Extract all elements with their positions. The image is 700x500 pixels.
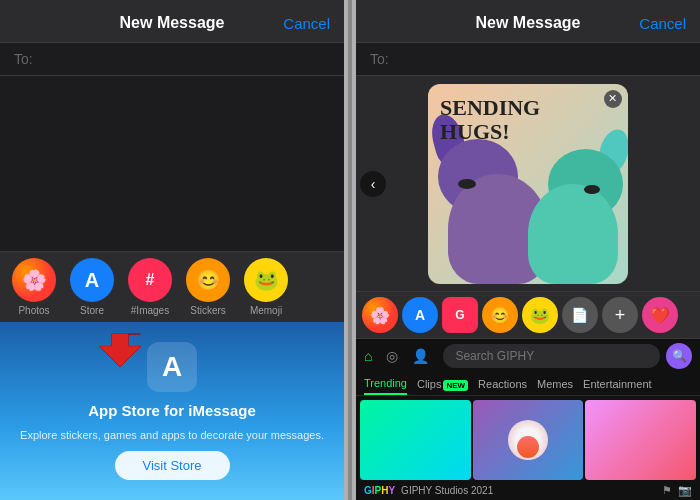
dog-nose-right [584,185,600,194]
app-icon-store[interactable]: A Store [66,258,118,316]
left-cancel-button[interactable]: Cancel [283,15,330,32]
right-memoji-icon[interactable]: 🐸 [522,297,558,333]
giphy-tab-clips[interactable]: ClipsNEW [417,374,468,394]
app-store-desc: Explore stickers, games and apps to deco… [20,429,324,441]
images-label: #Images [131,305,169,316]
images-icon[interactable]: # [128,258,172,302]
to-label: To: [14,51,33,67]
sticker-close-button[interactable]: ✕ [604,90,622,108]
store-label: Store [80,305,104,316]
giphy-tab-memes[interactable]: Memes [537,374,573,394]
right-app-bar: 🌸 A G 😊 🐸 📄 + ❤️ [356,291,700,339]
right-giphy-icon[interactable]: G [442,297,478,333]
giphy-search-bar: 🔍 [443,341,692,371]
giphy-panel: ⌂ ◎ 👤 🔍 Trending ClipsNEW Reactions Meme… [356,339,700,500]
giphy-tab-trending[interactable]: Trending [364,373,407,395]
app-icon-photos[interactable]: 🌸 Photos [8,258,60,316]
photos-label: Photos [18,305,49,316]
giphy-cell-3[interactable] [585,400,696,480]
right-to-label: To: [370,51,389,67]
right-header: New Message Cancel [356,0,700,43]
right-phone-panel: New Message Cancel To: ✕ SENDINGHUGS! [356,0,700,500]
right-photos-icon[interactable]: 🌸 [362,297,398,333]
app-icon-images[interactable]: # #Images [124,258,176,316]
giphy-search-button[interactable]: 🔍 [666,343,692,369]
left-to-field[interactable]: To: [0,43,344,76]
giphy-nav-tabs: Trending ClipsNEW Reactions Memes Entert… [356,373,700,396]
giphy-footer: GIPHY GIPHY Studios 2021 ⚑ 📷 [356,481,700,500]
giphy-grid [356,396,700,481]
left-phone-panel: New Message Cancel To: 🌸 Photos A Store … [0,0,344,500]
nav-arrow-left[interactable]: ‹ [360,171,386,197]
photos-icon[interactable]: 🌸 [12,258,56,302]
giphy-search-input[interactable] [443,344,660,368]
left-message-body [0,76,344,251]
giphy-search-icon[interactable]: ◎ [386,348,398,364]
giphy-channel-name: GIPHY Studios 2021 [401,485,493,496]
giphy-action-icons: ⚑ 📷 [662,484,692,497]
app-store-icon: A [147,342,197,392]
right-stickers-icon[interactable]: 😊 [482,297,518,333]
giphy-tab-entertainment[interactable]: Entertainment [583,374,651,394]
sticker-card: ✕ SENDINGHUGS! [428,84,628,284]
panel-divider [348,0,352,500]
left-app-bar: 🌸 Photos A Store # #Images 😊 Stickers 🐸 [0,251,344,322]
right-heart-icon[interactable]: ❤️ [642,297,678,333]
giphy-cell-1[interactable] [360,400,471,480]
right-store-icon[interactable]: A [402,297,438,333]
giphy-flag-icon[interactable]: ⚑ [662,484,672,497]
giphy-logo: GIPHY [364,485,395,496]
right-plus-icon[interactable]: + [602,297,638,333]
message-preview: ✕ SENDINGHUGS! ‹ [356,76,700,291]
app-icon-memoji[interactable]: 🐸 Memoji [240,258,292,316]
right-to-field[interactable]: To: [356,43,700,76]
left-title: New Message [120,14,225,32]
giphy-nav-icons: ⌂ ◎ 👤 🔍 [356,339,700,373]
memoji-label: Memoji [250,305,282,316]
giphy-cell-2[interactable] [473,400,584,480]
clips-badge: NEW [443,380,468,391]
sticker-text: SENDINGHUGS! [440,96,540,144]
right-title: New Message [476,14,581,32]
stickers-icon[interactable]: 😊 [186,258,230,302]
dog-illustration [428,144,628,284]
right-page-icon[interactable]: 📄 [562,297,598,333]
right-cancel-button[interactable]: Cancel [639,15,686,32]
giphy-camera-icon[interactable]: 📷 [678,484,692,497]
giphy-home-icon[interactable]: ⌂ [364,348,372,364]
dog-nose-left [458,179,476,189]
giphy-tab-reactions[interactable]: Reactions [478,374,527,394]
app-icon-stickers[interactable]: 😊 Stickers [182,258,234,316]
memoji-icon[interactable]: 🐸 [244,258,288,302]
stickers-label: Stickers [190,305,226,316]
dog-body-right [528,184,618,284]
left-header: New Message Cancel [0,0,344,43]
giphy-user-icon[interactable]: 👤 [412,348,429,364]
app-store-title: App Store for iMessage [88,402,256,419]
svg-marker-1 [100,334,141,367]
visit-store-button[interactable]: Visit Store [115,451,230,480]
app-store-panel: A App Store for iMessage Explore sticker… [0,322,344,500]
store-icon[interactable]: A [70,258,114,302]
